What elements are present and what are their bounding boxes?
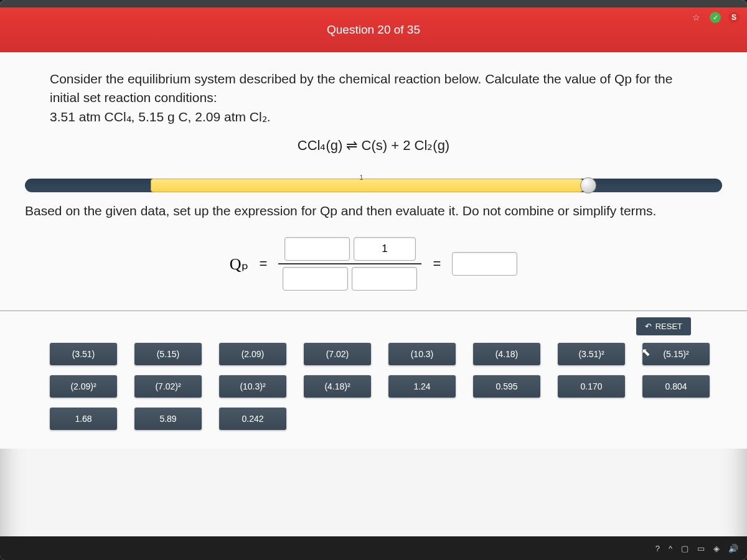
reset-label: RESET xyxy=(655,322,682,331)
equals-sign-2: = xyxy=(433,256,441,272)
tile[interactable]: (7.02)² xyxy=(134,375,202,398)
result-drop[interactable] xyxy=(452,252,517,276)
tile[interactable]: 5.89 xyxy=(134,408,202,430)
slider-tick-label: 1 xyxy=(360,174,364,181)
windows-taskbar: ? ^ ▢ ▭ ◈ 🔊 xyxy=(0,536,747,560)
battery-icon[interactable]: ▭ xyxy=(697,544,705,553)
tile[interactable]: 1.68 xyxy=(50,408,117,430)
progress-slider[interactable]: 1 xyxy=(25,176,722,195)
quiz-header: Question 20 of 35 xyxy=(0,7,747,52)
denominator-drop-1[interactable] xyxy=(283,267,348,291)
check-icon[interactable]: ✓ xyxy=(710,12,721,23)
tile[interactable]: (4.18) xyxy=(473,343,540,365)
chemical-equation: CCl₄(g) ⇌ C(s) + 2 Cl₂(g) xyxy=(50,138,697,154)
tile[interactable]: (10.3)² xyxy=(219,375,286,398)
fraction-line xyxy=(278,263,421,264)
tile[interactable]: 0.595 xyxy=(473,375,540,398)
volume-icon[interactable]: 🔊 xyxy=(728,544,738,553)
help-icon[interactable]: ? xyxy=(655,544,660,553)
tile[interactable]: 0.804 xyxy=(642,375,710,398)
extension-s-icon[interactable]: S xyxy=(728,12,740,23)
tile[interactable]: (2.09) xyxy=(219,343,286,365)
tile[interactable]: (5.15)² xyxy=(642,343,710,365)
undo-icon: ↶ xyxy=(645,322,652,331)
tile[interactable]: 0.170 xyxy=(558,375,625,398)
wifi-icon[interactable]: ◈ xyxy=(713,544,720,553)
favorite-icon[interactable]: ☆ xyxy=(690,11,702,24)
reset-button[interactable]: ↶ RESET xyxy=(636,317,691,335)
numerator-fixed: 1 xyxy=(354,237,416,261)
tile-row-2: (2.09)² (7.02)² (10.3)² (4.18)² 1.24 0.5… xyxy=(50,375,710,398)
tray-chevron-icon[interactable]: ^ xyxy=(669,544,672,553)
tile[interactable]: 0.242 xyxy=(219,408,286,430)
tray-app-icon[interactable]: ▢ xyxy=(681,544,688,553)
answer-tiles-area: ↶ RESET (3.51) (5.15) (2.09) (7.02) (10.… xyxy=(0,311,747,449)
slider-fill xyxy=(151,179,583,192)
denominator-drop-2[interactable] xyxy=(352,267,417,291)
question-prompt: Consider the equilibrium system describe… xyxy=(50,70,697,126)
tiles-grid: (3.51) (5.15) (2.09) (7.02) (10.3) (4.18… xyxy=(50,343,710,430)
instruction-text: Based on the given data, set up the expr… xyxy=(0,195,747,223)
tile[interactable]: (4.18)² xyxy=(304,375,371,398)
tile[interactable]: 1.24 xyxy=(388,375,456,398)
qp-symbol: Qₚ xyxy=(230,254,248,274)
tile[interactable]: (2.09)² xyxy=(50,375,117,398)
tile[interactable]: (3.51) xyxy=(50,343,117,365)
question-counter: Question 20 of 35 xyxy=(327,23,420,37)
progress-slider-row: 1 xyxy=(0,165,747,195)
tile[interactable]: (5.15) xyxy=(134,343,202,365)
fraction-block: 1 xyxy=(278,237,421,291)
question-content: Consider the equilibrium system describe… xyxy=(0,52,747,165)
equals-sign-1: = xyxy=(260,256,268,272)
expression-builder: Qₚ = 1 = xyxy=(0,223,747,311)
tile[interactable]: (10.3) xyxy=(388,343,456,365)
browser-top-bar xyxy=(0,0,747,7)
tile[interactable]: (7.02) xyxy=(304,343,371,365)
numerator-drop-1[interactable] xyxy=(284,237,350,261)
tile[interactable]: (3.51)² xyxy=(558,343,625,365)
tile-row-1: (3.51) (5.15) (2.09) (7.02) (10.3) (4.18… xyxy=(50,343,710,365)
tile-row-3: 1.68 5.89 0.242 xyxy=(50,408,710,430)
browser-action-icons: ☆ ✓ S xyxy=(690,11,740,24)
